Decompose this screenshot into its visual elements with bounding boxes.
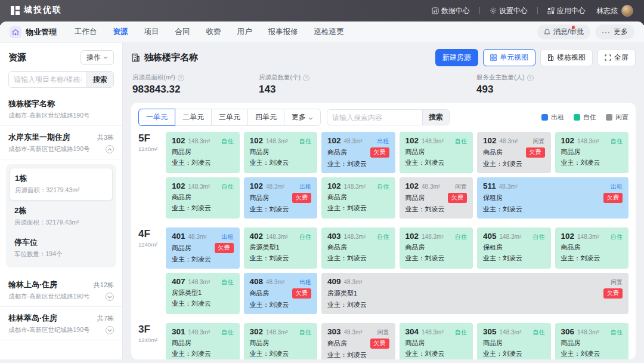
- building-item[interactable]: 停车位车位数量：194个: [10, 232, 113, 264]
- building-view-button[interactable]: 楼栋视图: [540, 49, 593, 66]
- nav-item-巡检巡更[interactable]: 巡检巡更: [314, 27, 344, 37]
- unit-area: 48.3m²: [188, 233, 207, 240]
- sidebar-search-input[interactable]: [9, 72, 86, 87]
- tab-一单元[interactable]: 一单元: [138, 109, 175, 126]
- unit-card[interactable]: 10248.3m²出租商品房欠费业主：刘凌云: [321, 132, 395, 173]
- unit-card[interactable]: 10248.3m²闲置商品房欠费业主：刘凌云: [477, 132, 551, 173]
- settings-center-link[interactable]: 设置中心: [490, 6, 528, 16]
- project-item[interactable]: 独栋楼宇名称成都市-高新区世纪城路190号: [0, 93, 122, 126]
- unit-card[interactable]: 51148.3m²出租保租房欠费业主：刘凌云: [477, 177, 628, 219]
- unit-card[interactable]: 302148.3m²自住商品房业主：刘凌云: [244, 323, 318, 359]
- project-count: 共3栋: [97, 133, 114, 142]
- unit-card[interactable]: 102148.3m²自住商品房业主：刘凌云: [400, 132, 473, 173]
- building-item[interactable]: 1栋房源面积：32179.43m²: [10, 168, 113, 201]
- unit-card[interactable]: 301148.3m²自住商品房业主：刘凌云: [166, 323, 240, 359]
- nav-item-工作台[interactable]: 工作台: [75, 27, 97, 37]
- unit-card[interactable]: 102148.3m²自住商品房业主：刘凌云: [555, 132, 629, 173]
- unit-card[interactable]: 102148.3m²自住商品房业主：刘凌云: [166, 132, 240, 173]
- expand-icon[interactable]: [106, 293, 114, 301]
- unit-card[interactable]: 403148.3m²自住商品房业主：刘凌云: [321, 227, 395, 269]
- action-dropdown[interactable]: 操作: [80, 50, 114, 65]
- nav-item-报事报修[interactable]: 报事报修: [268, 27, 298, 37]
- status-legend: 出租自住闲置: [541, 113, 628, 122]
- unit-card[interactable]: 40148.3m²出租商品房欠费业主：刘凌云: [166, 227, 240, 269]
- floor-row-5F: 5F1240m²102148.3m²自住商品房业主：刘凌云102148.3m²自…: [138, 132, 628, 219]
- unit-card[interactable]: 306148.3m²自住商品房业主：刘凌云: [555, 323, 629, 359]
- building-item[interactable]: 2栋房源面积：32179.43m²: [10, 201, 113, 232]
- tab-二单元[interactable]: 二单元: [175, 109, 212, 126]
- unit-owner: 业主：刘凌云: [327, 350, 389, 359]
- collapse-icon[interactable]: [106, 145, 114, 153]
- panel-search: 搜索: [327, 109, 450, 125]
- unit-card[interactable]: 40948.3m²闲置房源类型1欠费业主：刘凌云: [321, 273, 628, 314]
- unit-card[interactable]: 407148.3m²自住房源类型1业主：刘凌云: [166, 273, 240, 314]
- nav-item-合同[interactable]: 合同: [175, 27, 190, 37]
- avatar[interactable]: [621, 5, 633, 17]
- unit-card[interactable]: 10248.3m²出租商品房欠费业主：刘凌云: [244, 177, 318, 219]
- data-center-link[interactable]: 数据中心: [432, 6, 470, 16]
- sidebar-title: 资源: [8, 52, 26, 63]
- unit-card[interactable]: 402148.3m²自住房源类型1业主：刘凌云: [244, 227, 318, 269]
- legend-idle: 闲置: [606, 113, 628, 122]
- unit-card[interactable]: 40848.3m²出租商品房欠费业主：刘凌云: [244, 273, 318, 314]
- unit-status: 自住: [455, 137, 467, 146]
- tab-三单元[interactable]: 三单元: [211, 109, 248, 126]
- unit-card[interactable]: 10248.3m²闲置商品房欠费业主：刘凌云: [400, 177, 473, 219]
- nav-item-收费[interactable]: 收费: [206, 27, 221, 37]
- tab-四单元[interactable]: 四单元: [247, 109, 284, 126]
- unit-card[interactable]: 405148.3m²自住保租房业主：刘凌云: [477, 227, 551, 269]
- building-view-icon: [547, 54, 554, 61]
- floor-name: 4F: [138, 228, 166, 240]
- nav-item-用户[interactable]: 用户: [237, 27, 252, 37]
- new-listing-button[interactable]: 新建房源: [435, 49, 478, 66]
- panel-search-input[interactable]: [327, 110, 422, 125]
- unit-status: 自住: [222, 328, 234, 337]
- panel-search-button[interactable]: 搜索: [422, 110, 449, 125]
- project-item[interactable]: 翰林上岛·住房共12栋成都市-高新区世纪城路190号: [0, 273, 122, 307]
- unit-area: 148.3m²: [422, 329, 444, 336]
- legend-self: 自住: [574, 113, 596, 122]
- tab-more[interactable]: 更多: [284, 109, 321, 126]
- unit-number: 102: [327, 182, 341, 190]
- unit-area: 148.3m²: [266, 138, 288, 144]
- fullscreen-button[interactable]: 全屏: [597, 49, 636, 66]
- user-menu[interactable]: 林志炫: [596, 5, 633, 17]
- unit-card[interactable]: 102148.3m²自住商品房业主：刘凌云: [166, 177, 240, 219]
- unit-card[interactable]: 304148.3m²自住商品房业主：刘凌云: [400, 323, 473, 359]
- floor-area: 1240m²: [138, 337, 166, 343]
- unit-card[interactable]: 102148.3m²自住商品房业主：刘凌云: [400, 227, 473, 269]
- unit-status: 自住: [455, 233, 467, 241]
- unit-card[interactable]: 305148.3m²自住商品房业主：刘凌云: [477, 323, 551, 359]
- expand-icon[interactable]: [106, 326, 114, 334]
- unit-number: 402: [250, 232, 264, 241]
- main-content: 独栋楼宇名称 新建房源 单元视图 楼栋视图 全屏 房源总: [123, 43, 644, 359]
- unit-view-label: 单元视图: [500, 53, 528, 63]
- unit-status: 自住: [611, 328, 623, 337]
- project-item[interactable]: 桂林萃岛·住房共7栋成都市-高新区世纪城路190号: [0, 307, 122, 340]
- question-circle-icon[interactable]: ?: [303, 75, 309, 81]
- messages-approvals-button[interactable]: 消息/审批: [537, 24, 590, 39]
- unit-status: 自住: [455, 328, 467, 337]
- unit-card[interactable]: 102148.3m²自住商品房业主：刘凌云: [244, 132, 318, 173]
- more-button[interactable]: ··· 更多: [595, 24, 634, 39]
- unit-area: 148.3m²: [344, 183, 366, 190]
- unit-card[interactable]: 102148.3m²自住商品房业主：刘凌云: [555, 227, 629, 269]
- unit-card[interactable]: 30348.3m²闲置商品房欠费业主：刘凌云: [321, 323, 395, 359]
- unit-status: 出租: [299, 183, 311, 191]
- stat-label: 房源总面积(m²): [132, 73, 175, 82]
- legend-swatch: [574, 114, 580, 121]
- sidebar-search-button[interactable]: 搜索: [86, 72, 113, 87]
- nav-item-资源[interactable]: 资源: [113, 27, 128, 37]
- unit-owner: 业主：刘凌云: [405, 254, 467, 263]
- question-circle-icon[interactable]: ?: [527, 75, 534, 81]
- app-center-link[interactable]: 应用中心: [547, 6, 586, 16]
- nav-item-项目[interactable]: 项目: [144, 27, 159, 37]
- app-badge[interactable]: 物业管理: [10, 26, 57, 38]
- unit-type: 商品房: [250, 147, 270, 156]
- question-circle-icon[interactable]: ?: [178, 75, 184, 81]
- unit-card[interactable]: 102148.3m²自住商品房业主：刘凌云: [321, 177, 395, 219]
- project-address: 成都市-高新区世纪城路190号: [8, 145, 90, 153]
- unit-number: 102: [405, 136, 419, 145]
- project-item[interactable]: 水岸东里一期住房共3栋成都市-高新区世纪城路190号: [0, 126, 122, 159]
- unit-view-button[interactable]: 单元视图: [483, 49, 535, 66]
